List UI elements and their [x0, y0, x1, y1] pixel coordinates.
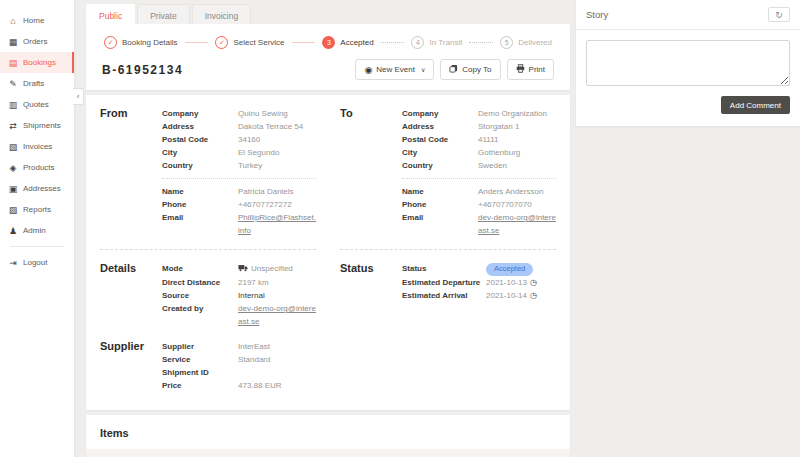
- step-number: 4: [411, 36, 424, 49]
- field-value: Dakota Terrace 54: [238, 120, 316, 133]
- addresses-icon: ▣: [8, 184, 18, 194]
- story-title: Story: [586, 9, 608, 20]
- quotes-icon: ▥: [8, 100, 18, 110]
- sidebar-item-shipments[interactable]: ⇄Shipments: [0, 115, 74, 136]
- story-body: Add Comment: [576, 30, 800, 114]
- bookings-icon: ▤: [8, 58, 18, 68]
- main-content: Public Private Invoicing ✓ Booking Detai…: [86, 0, 570, 457]
- field-label: City: [402, 146, 478, 159]
- field-value: Gothenburg: [478, 146, 556, 159]
- sidebar-item-drafts[interactable]: ✎Drafts: [0, 73, 74, 94]
- status-title: Status: [340, 262, 402, 328]
- sidebar-item-label: Admin: [23, 226, 46, 235]
- check-icon: ✓: [215, 36, 228, 49]
- sidebar-item-logout[interactable]: ⇥Logout: [0, 252, 74, 273]
- truck-icon: [238, 263, 248, 276]
- created-by-link[interactable]: dev-demo-org@intereast.se: [238, 302, 316, 328]
- field-value: 41111: [478, 133, 556, 146]
- sidebar-item-reports[interactable]: ▨Reports: [0, 199, 74, 220]
- sidebar-item-admin[interactable]: ♟Admin: [0, 220, 74, 241]
- step-accepted: 3 Accepted: [322, 36, 373, 49]
- booking-header-card: ✓ Booking Details ✓ Select Service 3 Acc…: [86, 24, 570, 90]
- supplier-section: Supplier SupplierInterEast ServiceStanda…: [100, 340, 316, 392]
- field-value: 34160: [238, 133, 316, 146]
- stepper: ✓ Booking Details ✓ Select Service 3 Acc…: [100, 34, 556, 59]
- sidebar-item-label: Drafts: [23, 79, 44, 88]
- sidebar-collapse-button[interactable]: ‹: [73, 88, 84, 105]
- products-icon: ◈: [8, 163, 18, 173]
- sidebar-item-orders[interactable]: ▦Orders: [0, 31, 74, 52]
- field-label: Price: [162, 379, 238, 392]
- sidebar-item-label: Shipments: [23, 121, 61, 130]
- field-value: 473.88 EUR: [238, 379, 316, 392]
- field-label: Address: [402, 120, 478, 133]
- copy-to-button[interactable]: Copy To: [440, 59, 500, 80]
- chevron-down-icon: ∨: [421, 66, 425, 73]
- sidebar-item-label: Quotes: [23, 100, 49, 109]
- supplier-row: Supplier SupplierInterEast ServiceStanda…: [100, 328, 556, 406]
- to-section: To CompanyDemo Organization AddressStorg…: [340, 107, 556, 250]
- col-total-space: Total Space: [343, 449, 416, 457]
- print-button[interactable]: Print: [507, 59, 554, 80]
- shipments-icon: ⇄: [8, 121, 18, 131]
- stepper-connector: [381, 42, 405, 43]
- sidebar-item-label: Products: [23, 163, 55, 172]
- email-link[interactable]: PhillipRice@Flashset.info: [238, 211, 316, 237]
- field-label: Postal Code: [402, 133, 478, 146]
- step-label: Delivered: [518, 38, 552, 47]
- tab-bar: Public Private Invoicing: [86, 0, 570, 24]
- field-label: Estimated Departure: [402, 276, 486, 289]
- clock-icon: ◷: [530, 291, 537, 300]
- field-value: [238, 366, 316, 379]
- sidebar-item-products[interactable]: ◈Products: [0, 157, 74, 178]
- to-contact: NameAnders Andersson Phone+46707707070 E…: [402, 178, 556, 237]
- refresh-icon: ↻: [775, 10, 783, 20]
- stepper-connector: [185, 42, 209, 43]
- add-comment-button[interactable]: Add Comment: [721, 96, 790, 114]
- sidebar-item-label: Reports: [23, 205, 51, 214]
- print-label: Print: [529, 65, 545, 74]
- col-dimensions: Length, Width, Height: [246, 449, 343, 457]
- sidebar-item-label: Invoices: [23, 142, 52, 151]
- field-value: Anders Andersson: [478, 185, 556, 198]
- reports-icon: ▨: [8, 205, 18, 215]
- check-icon: ✓: [104, 36, 117, 49]
- comment-input[interactable]: [586, 40, 790, 86]
- sidebar-item-invoices[interactable]: ▧Invoices: [0, 136, 74, 157]
- step-select-service: ✓ Select Service: [215, 36, 284, 49]
- mode-value: Unspecified: [251, 264, 293, 273]
- field-label: Shipment ID: [162, 366, 238, 379]
- departure-date: 2021-10-13: [486, 278, 527, 287]
- tab-private[interactable]: Private: [137, 4, 189, 24]
- sidebar-nav: ⌂Home ▦Orders ▤Bookings ✎Drafts ▥Quotes …: [0, 0, 74, 273]
- field-label: City: [162, 146, 238, 159]
- from-contact: NamePatricia Daniels Phone+46707727272 E…: [162, 178, 316, 237]
- stepper-connector: [292, 42, 316, 43]
- refresh-button[interactable]: ↻: [768, 7, 790, 22]
- field-value: Sweden: [478, 159, 556, 172]
- field-label: Phone: [402, 198, 478, 211]
- sidebar-item-bookings[interactable]: ▤Bookings: [0, 52, 74, 73]
- from-title: From: [100, 107, 162, 237]
- col-description: Description: [415, 449, 570, 457]
- field-value: Storgatan 1: [478, 120, 556, 133]
- tab-public[interactable]: Public: [86, 4, 135, 24]
- addresses-row: From CompanyQuinu Sewing AddressDakota T…: [100, 107, 556, 250]
- sidebar-item-label: Logout: [23, 258, 47, 267]
- logout-icon: ⇥: [8, 258, 18, 268]
- tab-invoicing[interactable]: Invoicing: [192, 4, 252, 24]
- field-value: Patricia Daniels: [238, 185, 316, 198]
- step-label: Booking Details: [122, 38, 178, 47]
- field-value: Turkey: [238, 159, 316, 172]
- items-title: Items: [100, 427, 556, 439]
- supplier-row-spacer: [340, 340, 556, 392]
- sidebar-item-home[interactable]: ⌂Home: [0, 10, 74, 31]
- step-number: 5: [500, 36, 513, 49]
- email-link[interactable]: dev-demo-org@intereast.se: [478, 211, 556, 237]
- sidebar-item-quotes[interactable]: ▥Quotes: [0, 94, 74, 115]
- sidebar-item-addresses[interactable]: ▣Addresses: [0, 178, 74, 199]
- status-section: Status StatusAccepted Estimated Departur…: [340, 262, 556, 328]
- field-label: Phone: [162, 198, 238, 211]
- drafts-icon: ✎: [8, 79, 18, 89]
- new-event-button[interactable]: ◉ New Event ∨: [355, 59, 434, 80]
